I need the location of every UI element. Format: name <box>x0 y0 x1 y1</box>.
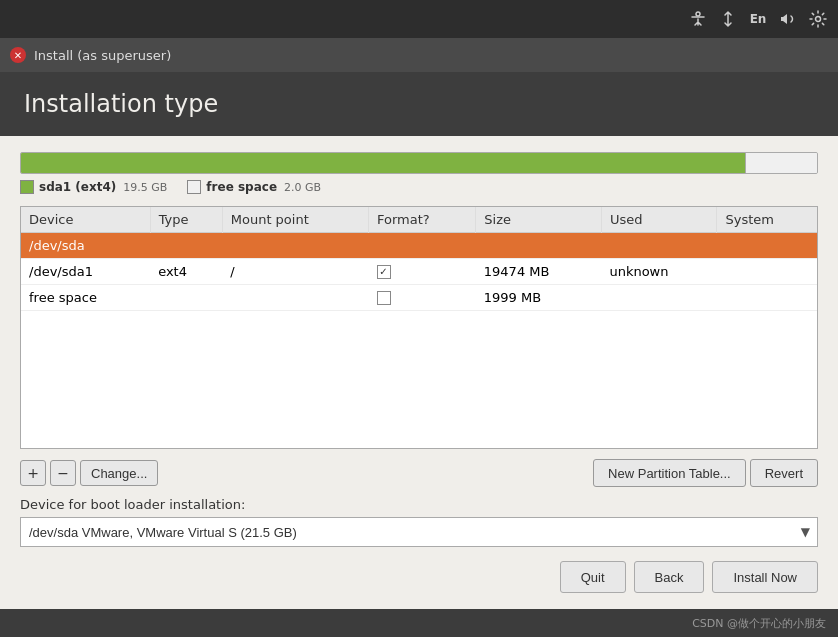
col-system-cell <box>717 285 817 311</box>
col-type-cell <box>150 285 222 311</box>
col-used-cell <box>601 233 717 259</box>
legend-label-free: free space <box>206 180 277 194</box>
main-window: Installation type sda1 (ext4) 19.5 GB fr… <box>0 72 838 609</box>
col-size-cell <box>476 233 602 259</box>
col-system-cell <box>717 259 817 285</box>
format-checkbox[interactable] <box>377 291 391 305</box>
col-system: System <box>717 207 817 233</box>
disk-bar <box>20 152 818 174</box>
legend-color-green <box>20 180 34 194</box>
col-used-cell: unknown <box>601 259 717 285</box>
boot-select-wrapper: /dev/sda VMware, VMware Virtual S (21.5 … <box>20 517 818 547</box>
col-mount-cell <box>222 233 368 259</box>
top-bar: En <box>0 0 838 38</box>
col-type: Type <box>150 207 222 233</box>
status-bar: CSDN @做个开心的小朋友 <box>0 609 838 637</box>
disk-bar-used <box>21 153 745 173</box>
back-button[interactable]: Back <box>634 561 705 593</box>
boot-loader-select[interactable]: /dev/sda VMware, VMware Virtual S (21.5 … <box>20 517 818 547</box>
legend-label-sda1: sda1 (ext4) <box>39 180 116 194</box>
settings-icon[interactable] <box>806 7 830 31</box>
svg-point-0 <box>696 12 700 16</box>
table-row[interactable]: free space1999 MB <box>21 285 817 311</box>
col-format: Format? <box>369 207 476 233</box>
col-device-cell: /dev/sda <box>21 233 150 259</box>
boot-label: Device for boot loader installation: <box>20 497 818 512</box>
legend-sda1: sda1 (ext4) 19.5 GB <box>20 180 167 194</box>
col-device-cell: free space <box>21 285 150 311</box>
legend-size-sda1: 19.5 GB <box>123 181 167 194</box>
window-content: sda1 (ext4) 19.5 GB free space 2.0 GB De… <box>0 136 838 609</box>
legend-size-free: 2.0 GB <box>284 181 321 194</box>
table-row[interactable]: /dev/sda1ext4/✓19474 MBunknown <box>21 259 817 285</box>
window-title: Install (as superuser) <box>34 48 171 63</box>
col-type-cell: ext4 <box>150 259 222 285</box>
svg-point-1 <box>816 17 821 22</box>
system-tray: En <box>686 7 830 31</box>
legend-color-white <box>187 180 201 194</box>
remove-partition-button[interactable]: − <box>50 460 76 486</box>
col-size-cell: 19474 MB <box>476 259 602 285</box>
bottom-toolbar: + − Change... New Partition Table... Rev… <box>20 459 818 487</box>
col-used-cell <box>601 285 717 311</box>
col-mount: Mount point <box>222 207 368 233</box>
format-checkbox[interactable]: ✓ <box>377 265 391 279</box>
partition-table-wrapper: Device Type Mount point Format? Size Use… <box>20 206 818 449</box>
col-device: Device <box>21 207 150 233</box>
language-icon[interactable]: En <box>746 7 770 31</box>
change-partition-button[interactable]: Change... <box>80 460 158 486</box>
revert-button[interactable]: Revert <box>750 459 818 487</box>
volume-icon[interactable] <box>776 7 800 31</box>
disk-bar-free <box>745 153 817 173</box>
col-mount-cell <box>222 285 368 311</box>
table-row[interactable]: /dev/sda <box>21 233 817 259</box>
col-mount-cell: / <box>222 259 368 285</box>
table-header-row: Device Type Mount point Format? Size Use… <box>21 207 817 233</box>
accessibility-icon[interactable] <box>686 7 710 31</box>
quit-button[interactable]: Quit <box>560 561 626 593</box>
title-bar: ✕ Install (as superuser) <box>0 38 838 72</box>
final-buttons: Quit Back Install Now <box>20 561 818 593</box>
col-size-cell: 1999 MB <box>476 285 602 311</box>
install-now-button[interactable]: Install Now <box>712 561 818 593</box>
sort-icon[interactable] <box>716 7 740 31</box>
col-type-cell <box>150 233 222 259</box>
col-size: Size <box>476 207 602 233</box>
col-used: Used <box>601 207 717 233</box>
disk-legend: sda1 (ext4) 19.5 GB free space 2.0 GB <box>20 180 818 194</box>
disk-bar-container: sda1 (ext4) 19.5 GB free space 2.0 GB <box>20 152 818 198</box>
close-button[interactable]: ✕ <box>10 47 26 63</box>
col-system-cell <box>717 233 817 259</box>
partition-table: Device Type Mount point Format? Size Use… <box>21 207 817 311</box>
status-text: CSDN @做个开心的小朋友 <box>692 616 826 631</box>
legend-free: free space 2.0 GB <box>187 180 321 194</box>
window-header: Installation type <box>0 72 838 136</box>
new-partition-table-button[interactable]: New Partition Table... <box>593 459 746 487</box>
col-device-cell: /dev/sda1 <box>21 259 150 285</box>
page-title: Installation type <box>24 90 814 118</box>
add-partition-button[interactable]: + <box>20 460 46 486</box>
